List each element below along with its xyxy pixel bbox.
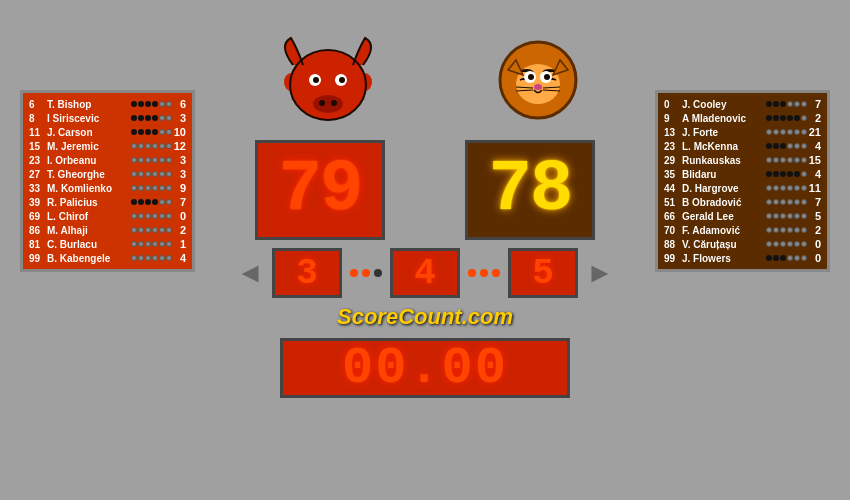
player-name: F. Adamović xyxy=(682,225,766,236)
list-item: 69L. Chirof0 xyxy=(29,209,186,223)
player-fouls xyxy=(131,199,172,205)
scoreboard: 6T. Bishop68I Siriscevic311J. Carson1015… xyxy=(0,0,850,500)
player-score: 7 xyxy=(172,196,186,208)
player-number: 9 xyxy=(664,113,682,124)
player-number: 86 xyxy=(29,225,47,236)
player-name: B. Kabengele xyxy=(47,253,131,264)
center-board: 79 78 ◄ 3 4 5 ► ScoreCount.com xyxy=(215,30,635,398)
list-item: 44D. Hargrove11 xyxy=(664,181,821,195)
prev-quarter-arrow[interactable]: ◄ xyxy=(236,257,264,289)
list-item: 15M. Jeremic12 xyxy=(29,139,186,153)
prev-quarter-box: 3 xyxy=(272,248,342,298)
next-quarter-arrow[interactable]: ► xyxy=(586,257,614,289)
quarter-dot xyxy=(468,269,476,277)
player-fouls xyxy=(766,185,807,191)
right-score: 78 xyxy=(489,149,571,231)
player-name: Blidaru xyxy=(682,169,766,180)
player-fouls xyxy=(131,227,172,233)
player-score: 2 xyxy=(807,224,821,236)
player-score: 5 xyxy=(807,210,821,222)
player-name: A Mladenovic xyxy=(682,113,766,124)
player-score: 4 xyxy=(807,140,821,152)
player-number: 69 xyxy=(29,211,47,222)
svg-point-17 xyxy=(528,74,534,80)
player-fouls xyxy=(766,115,807,121)
player-score: 3 xyxy=(172,168,186,180)
game-clock: 00.00 xyxy=(342,339,508,398)
list-item: 35Blidaru4 xyxy=(664,167,821,181)
right-roster-panel: 0J. Cooley79A Mladenovic213J. Forte2123L… xyxy=(655,90,830,272)
list-item: 51B Obradović7 xyxy=(664,195,821,209)
list-item: 23I. Orbeanu3 xyxy=(29,153,186,167)
player-fouls xyxy=(131,171,172,177)
player-number: 39 xyxy=(29,197,47,208)
player-number: 44 xyxy=(664,183,682,194)
player-fouls xyxy=(131,213,172,219)
svg-point-7 xyxy=(313,77,319,83)
player-fouls xyxy=(131,115,172,121)
list-item: 39R. Palicius7 xyxy=(29,195,186,209)
list-item: 86M. Alhaji2 xyxy=(29,223,186,237)
svg-point-19 xyxy=(534,84,542,90)
player-number: 81 xyxy=(29,239,47,250)
player-fouls xyxy=(131,157,172,163)
list-item: 70F. Adamović2 xyxy=(664,223,821,237)
player-fouls xyxy=(766,255,807,261)
player-score: 15 xyxy=(807,154,821,166)
player-name: J. Flowers xyxy=(682,253,766,264)
player-name: B Obradović xyxy=(682,197,766,208)
player-score: 11 xyxy=(807,182,821,194)
player-score: 0 xyxy=(172,210,186,222)
player-score: 2 xyxy=(807,112,821,124)
player-score: 10 xyxy=(172,126,186,138)
player-fouls xyxy=(766,143,807,149)
list-item: 99J. Flowers0 xyxy=(664,251,821,265)
svg-point-2 xyxy=(313,95,343,113)
player-name: T. Gheorghe xyxy=(47,169,131,180)
list-item: 66Gerald Lee5 xyxy=(664,209,821,223)
left-score: 79 xyxy=(279,149,361,231)
quarter-dot xyxy=(492,269,500,277)
player-number: 23 xyxy=(664,141,682,152)
player-number: 23 xyxy=(29,155,47,166)
player-name: J. Forte xyxy=(682,127,766,138)
player-number: 51 xyxy=(664,197,682,208)
player-fouls xyxy=(131,255,172,261)
player-fouls xyxy=(131,185,172,191)
player-fouls xyxy=(766,213,807,219)
next-quarter-box: 5 xyxy=(508,248,578,298)
player-number: 70 xyxy=(664,225,682,236)
player-number: 99 xyxy=(29,253,47,264)
svg-point-3 xyxy=(319,100,325,106)
player-number: 6 xyxy=(29,99,47,110)
player-name: D. Hargrove xyxy=(682,183,766,194)
svg-point-4 xyxy=(331,100,337,106)
left-roster-panel: 6T. Bishop68I Siriscevic311J. Carson1015… xyxy=(20,90,195,272)
list-item: 27T. Gheorghe3 xyxy=(29,167,186,181)
player-name: J. Carson xyxy=(47,127,131,138)
clock-box: 00.00 xyxy=(280,338,570,398)
player-name: I. Orbeanu xyxy=(47,155,131,166)
list-item: 8I Siriscevic3 xyxy=(29,111,186,125)
prev-quarter-num: 3 xyxy=(296,253,318,294)
list-item: 88V. Căruțașu0 xyxy=(664,237,821,251)
player-name: Runkauskas xyxy=(682,155,766,166)
quarter-dot xyxy=(480,269,488,277)
tiger-logo xyxy=(498,40,578,120)
player-name: V. Căruțașu xyxy=(682,239,766,250)
player-fouls xyxy=(766,157,807,163)
player-number: 27 xyxy=(29,169,47,180)
player-name: L. Chirof xyxy=(47,211,131,222)
player-number: 35 xyxy=(664,169,682,180)
next-quarter-num: 5 xyxy=(532,253,554,294)
player-name: Gerald Lee xyxy=(682,211,766,222)
list-item: 33M. Komlienko9 xyxy=(29,181,186,195)
player-score: 12 xyxy=(172,140,186,152)
player-name: R. Palicius xyxy=(47,197,131,208)
player-fouls xyxy=(766,171,807,177)
list-item: 6T. Bishop6 xyxy=(29,97,186,111)
player-score: 3 xyxy=(172,112,186,124)
player-number: 13 xyxy=(664,127,682,138)
player-score: 3 xyxy=(172,154,186,166)
player-score: 1 xyxy=(172,238,186,250)
